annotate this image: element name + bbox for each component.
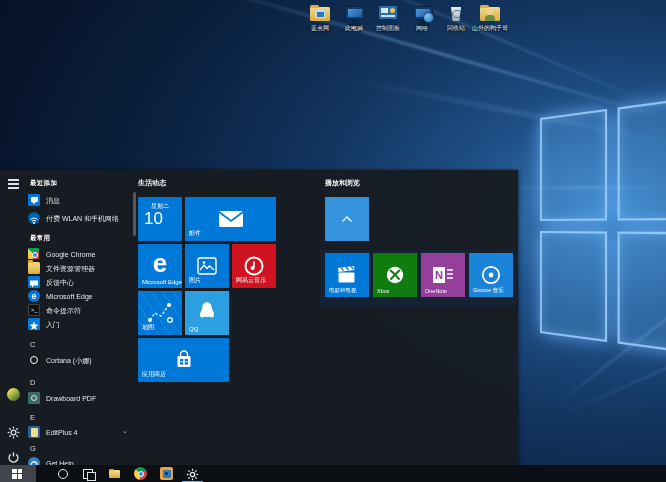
tile-groove-music[interactable]: Groove 音乐 bbox=[469, 253, 513, 297]
editplus-icon bbox=[28, 426, 40, 438]
section-letter[interactable]: D bbox=[30, 378, 35, 387]
power-icon[interactable] bbox=[7, 450, 20, 463]
drawboard-pdf-icon bbox=[28, 392, 40, 404]
hamburger-menu-icon[interactable] bbox=[7, 177, 20, 190]
hero-pane bbox=[540, 231, 607, 343]
control-panel-icon bbox=[379, 6, 397, 19]
cortana-icon bbox=[28, 354, 40, 366]
tile-qq[interactable]: QQ bbox=[185, 291, 229, 335]
tile-calendar[interactable]: 星期二 10 bbox=[138, 197, 182, 241]
feedback-hub-icon bbox=[28, 276, 40, 288]
wifi-cellular-icon bbox=[28, 212, 40, 224]
app-item-edge[interactable]: e Microsoft Edge bbox=[26, 290, 132, 303]
settings-taskbar-icon[interactable] bbox=[186, 467, 199, 480]
hero-pane bbox=[618, 231, 666, 355]
chevron-down-icon[interactable]: ⌄ bbox=[122, 427, 128, 435]
desktop-icon-landian[interactable]: 蓝点网 bbox=[302, 4, 338, 32]
recent-added-header: 最近添加 bbox=[30, 179, 57, 188]
app-item-messaging[interactable]: 消息 bbox=[26, 194, 132, 207]
tile-group2-title[interactable]: 播放和浏览 bbox=[325, 178, 360, 188]
app-item-feedback-hub[interactable]: 反馈中心 bbox=[26, 276, 132, 289]
tile-xbox[interactable]: Xbox bbox=[373, 253, 417, 297]
app-item-file-explorer[interactable]: 文件资源管理器 bbox=[26, 262, 132, 275]
chrome-taskbar-icon[interactable] bbox=[134, 467, 147, 480]
messaging-icon bbox=[28, 194, 40, 206]
settings-gear-icon[interactable] bbox=[7, 425, 20, 438]
user-avatar[interactable] bbox=[7, 388, 20, 401]
recycle-bin-icon bbox=[450, 7, 462, 21]
edge-icon: e bbox=[28, 290, 40, 302]
file-explorer-icon bbox=[28, 262, 40, 274]
taskbar bbox=[0, 465, 666, 482]
app-item-get-started[interactable]: 入门 bbox=[26, 318, 132, 331]
start-button[interactable] bbox=[0, 465, 36, 482]
tile-netease-music[interactable]: 网易云音乐 bbox=[232, 244, 276, 288]
app-item-paid-wifi[interactable]: 付费 WLAN 和手机网络 bbox=[26, 212, 132, 225]
tile-store[interactable]: 应用商店 bbox=[138, 338, 229, 382]
desktop-icon-network[interactable]: 网络 bbox=[404, 4, 440, 32]
pinned-app-icon[interactable] bbox=[160, 467, 173, 480]
computer-icon bbox=[345, 6, 365, 20]
most-used-header: 最常用 bbox=[30, 234, 50, 243]
tile-photos[interactable]: 图片 bbox=[185, 244, 229, 288]
get-started-icon bbox=[28, 318, 40, 330]
section-letter[interactable]: G bbox=[30, 444, 36, 453]
app-item-cmd[interactable]: >_ 命令提示符 bbox=[26, 304, 132, 317]
app-item-editplus[interactable]: EditPlus 4 ⌄ bbox=[26, 426, 132, 439]
tile-group1-title[interactable]: 生活动态 bbox=[138, 178, 166, 188]
tile-folder-band: 电影和电视 Xbox N OneNote Groove 音乐 bbox=[320, 250, 516, 307]
app-item-cortana[interactable]: Cortana (小娜) bbox=[26, 354, 132, 367]
picture-icon bbox=[315, 10, 325, 18]
windows-logo-icon bbox=[12, 469, 22, 479]
task-view-icon[interactable] bbox=[82, 467, 95, 480]
cortana-search-icon[interactable] bbox=[56, 467, 69, 480]
scrollbar-thumb[interactable] bbox=[133, 192, 136, 236]
tile-movies-tv[interactable]: 电影和电视 bbox=[325, 253, 369, 297]
tile-maps[interactable]: 地图 bbox=[138, 291, 182, 335]
desktop: 蓝点网 此电脑 控制面板 网络 回收站 山外的鸭子哥 bbox=[0, 0, 666, 482]
file-explorer-taskbar-icon[interactable] bbox=[108, 467, 121, 480]
windows-hero-logo bbox=[540, 96, 666, 354]
chrome-icon bbox=[28, 248, 39, 259]
hero-pane bbox=[618, 96, 666, 220]
app-item-drawboard[interactable]: Drawboard PDF bbox=[26, 392, 132, 405]
chevron-up-icon bbox=[325, 197, 369, 241]
app-item-chrome[interactable]: Google Chrome bbox=[26, 248, 132, 261]
desktop-icon-recycle-bin[interactable]: 回收站 bbox=[438, 4, 474, 32]
desktop-icon-user-folder[interactable]: 山外的鸭子哥 bbox=[472, 4, 508, 32]
hero-pane bbox=[540, 109, 607, 221]
start-menu: 最近添加 消息 付费 WLAN 和手机网络 最常用 Google Chrome … bbox=[0, 170, 518, 465]
svg-text:N: N bbox=[435, 269, 443, 281]
command-prompt-icon: >_ bbox=[28, 304, 40, 316]
section-letter[interactable]: E bbox=[30, 413, 35, 422]
section-letter[interactable]: C bbox=[30, 340, 35, 349]
tile-folder-expanded[interactable] bbox=[325, 197, 369, 241]
tile-mail[interactable]: 邮件 bbox=[185, 197, 276, 241]
tile-onenote[interactable]: N OneNote bbox=[421, 253, 465, 297]
desktop-icon-this-pc[interactable]: 此电脑 bbox=[336, 4, 372, 32]
tile-edge[interactable]: e Microsoft Edge bbox=[138, 244, 182, 288]
desktop-icon-control-panel[interactable]: 控制面板 bbox=[370, 4, 406, 32]
